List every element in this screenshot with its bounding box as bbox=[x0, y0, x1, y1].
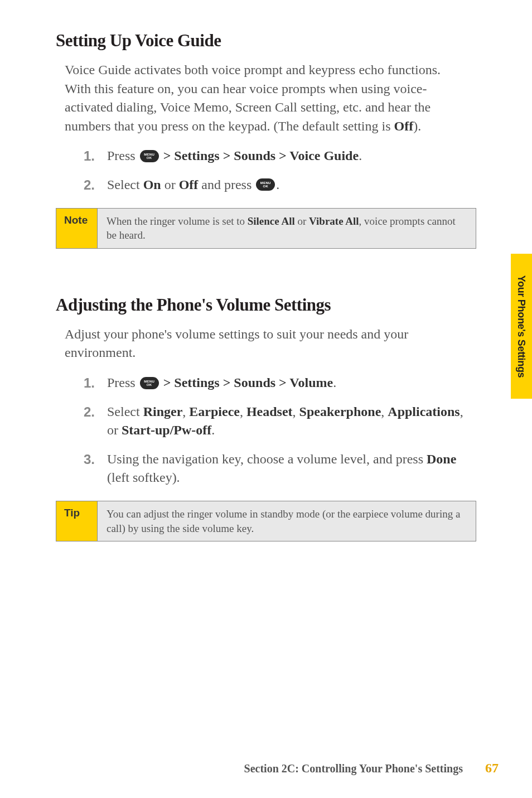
note-mid: or bbox=[295, 215, 309, 227]
step-prefix: Press bbox=[107, 148, 139, 163]
menu-ok-icon bbox=[256, 178, 275, 191]
off-label: Off bbox=[394, 119, 414, 133]
step-number: 2. bbox=[84, 403, 107, 440]
off-label: Off bbox=[179, 177, 199, 192]
speakerphone-label: Speakerphone bbox=[299, 404, 381, 419]
step-prefix: Select bbox=[107, 404, 143, 419]
applications-label: Applications bbox=[388, 404, 460, 419]
page-footer: Section 2C: Controlling Your Phone's Set… bbox=[244, 761, 499, 776]
section1-intro-text-end: ). bbox=[413, 119, 421, 133]
side-tab-label: Your Phone's Settings bbox=[516, 275, 528, 378]
section1-intro: Voice Guide activates both voice prompt … bbox=[65, 61, 465, 136]
page-number: 67 bbox=[485, 761, 499, 776]
step-prefix: Using the navigation key, choose a volum… bbox=[107, 452, 427, 466]
step-suffix: . bbox=[359, 148, 362, 163]
vibrate-all-label: Vibrate All bbox=[309, 215, 359, 227]
note-content: When the ringer volume is set to Silence… bbox=[98, 209, 476, 248]
step-suffix: . bbox=[276, 177, 279, 192]
step-suffix: . bbox=[333, 375, 336, 390]
tip-callout: Tip You can adjust the ringer volume in … bbox=[56, 501, 476, 541]
section1-title: Setting Up Voice Guide bbox=[56, 31, 465, 51]
section1-steps: 1. Press > Settings > Sounds > Voice Gui… bbox=[84, 147, 465, 194]
note-label: Note bbox=[56, 209, 98, 248]
step-item: 3. Using the navigation key, choose a vo… bbox=[84, 450, 465, 487]
step-number: 1. bbox=[84, 147, 107, 166]
step-path: > Settings > Sounds > Voice Guide bbox=[160, 148, 359, 163]
ringer-label: Ringer bbox=[143, 404, 183, 419]
on-label: On bbox=[143, 177, 161, 192]
step-path: > Settings > Sounds > Volume bbox=[160, 375, 333, 390]
step-mid2: and press bbox=[198, 177, 255, 192]
section2-steps: 1. Press > Settings > Sounds > Volume. 2… bbox=[84, 374, 465, 487]
step-suffix: (left softkey). bbox=[107, 470, 180, 485]
step-mid: or bbox=[161, 177, 179, 192]
tip-label: Tip bbox=[56, 501, 98, 541]
step-item: 2. Select On or Off and press . bbox=[84, 176, 465, 195]
startup-label: Start-up/Pw-off bbox=[122, 423, 211, 437]
step-text: Select Ringer, Earpiece, Headset, Speake… bbox=[107, 403, 465, 440]
menu-ok-icon bbox=[140, 377, 159, 389]
step-item: 2. Select Ringer, Earpiece, Headset, Spe… bbox=[84, 403, 465, 440]
tip-content: You can adjust the ringer volume in stan… bbox=[98, 501, 476, 541]
section2-intro: Adjust your phone's volume settings to s… bbox=[65, 325, 465, 362]
step-prefix: Press bbox=[107, 375, 139, 390]
comma: , bbox=[381, 404, 388, 419]
section2-title: Adjusting the Phone's Volume Settings bbox=[56, 295, 465, 315]
menu-ok-icon bbox=[140, 150, 159, 162]
headset-label: Headset bbox=[246, 404, 293, 419]
silence-all-label: Silence All bbox=[248, 215, 295, 227]
step-text: Press > Settings > Sounds > Volume. bbox=[107, 374, 336, 393]
step-item: 1. Press > Settings > Sounds > Volume. bbox=[84, 374, 465, 393]
side-tab: Your Phone's Settings bbox=[511, 254, 532, 399]
comma: , bbox=[240, 404, 246, 419]
comma: , bbox=[293, 404, 299, 419]
step-number: 1. bbox=[84, 374, 107, 393]
step-text: Press > Settings > Sounds > Voice Guide. bbox=[107, 147, 362, 166]
done-label: Done bbox=[427, 452, 456, 466]
step-number: 3. bbox=[84, 450, 107, 487]
earpiece-label: Earpiece bbox=[189, 404, 240, 419]
step-item: 1. Press > Settings > Sounds > Voice Gui… bbox=[84, 147, 465, 166]
footer-section: Section 2C: Controlling Your Phone's Set… bbox=[244, 762, 463, 775]
step-number: 2. bbox=[84, 176, 107, 195]
section1-intro-text: Voice Guide activates both voice prompt … bbox=[65, 62, 441, 133]
note-text: When the ringer volume is set to bbox=[107, 215, 248, 227]
note-callout: Note When the ringer volume is set to Si… bbox=[56, 208, 476, 249]
step-prefix: Select bbox=[107, 177, 143, 192]
step-text: Select On or Off and press . bbox=[107, 176, 279, 195]
step-suffix: . bbox=[211, 423, 215, 437]
comma: , bbox=[182, 404, 189, 419]
step-text: Using the navigation key, choose a volum… bbox=[107, 450, 465, 487]
